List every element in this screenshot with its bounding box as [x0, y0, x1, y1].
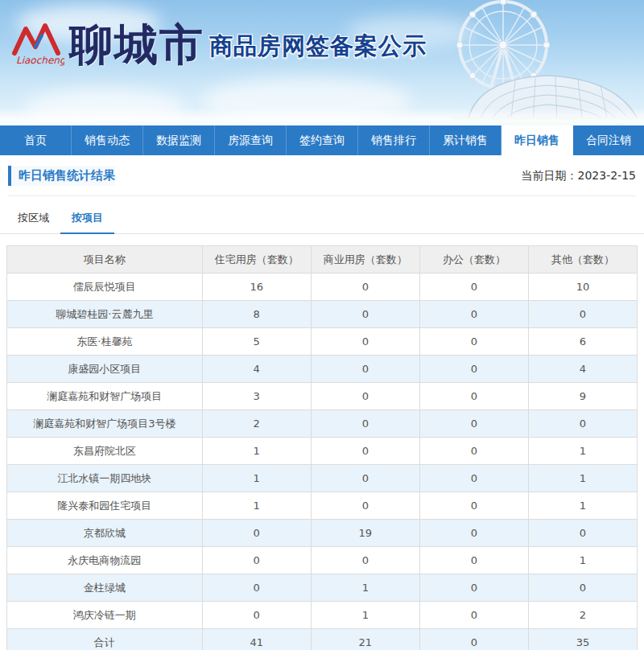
table-row: 东昌府院北区 1001	[7, 438, 638, 465]
value-cell: 0	[311, 383, 419, 410]
value-cell: 0	[419, 492, 528, 520]
nav-item-label: 房源查询	[228, 134, 273, 148]
table-row: 东医·桂馨苑 5006	[7, 328, 638, 356]
column-header: 项目名称	[7, 246, 203, 274]
nav-item-7[interactable]: 昨日销售	[502, 125, 573, 155]
nav-item-2[interactable]: 数据监测	[143, 125, 215, 155]
value-cell: 0	[311, 274, 419, 301]
project-name-cell: 澜庭嘉苑和财智广场项目	[7, 383, 203, 410]
value-cell: 0	[419, 574, 528, 602]
nav-item-label: 首页	[24, 134, 47, 148]
value-cell: 0	[528, 301, 637, 328]
table-row: 鸿庆冷链一期 0102	[7, 602, 638, 629]
table-body: 儒辰辰悦项目 160010 聊城碧桂园·云麓九里 8000 东医·桂馨苑 500…	[7, 274, 638, 650]
tab-1[interactable]: 按项目	[60, 204, 114, 234]
value-cell: 1	[528, 438, 637, 465]
value-cell: 0	[419, 301, 528, 328]
value-cell: 41	[202, 629, 311, 650]
nav-item-label: 昨日销售	[514, 134, 559, 148]
value-cell: 6	[528, 328, 637, 356]
table-row: 金柱绿城 0100	[7, 574, 638, 602]
site-banner: Liaocheng 聊城市 商品房网签备案公示	[0, 0, 644, 125]
project-name-cell: 东昌府院北区	[7, 438, 203, 465]
logo-script-text: Liaocheng	[16, 55, 64, 66]
main-nav: 首页 销售动态 数据监测 房源查询 签约查询 销售排行 累计销售 昨日销售 合同…	[0, 125, 644, 155]
value-cell: 8	[202, 301, 311, 328]
site-title: 商品房网签备案公示	[209, 31, 427, 63]
value-cell: 0	[311, 465, 419, 492]
project-name-cell: 澜庭嘉苑和财智广场项目3号楼	[7, 410, 203, 438]
value-cell: 1	[528, 465, 637, 492]
value-cell: 0	[311, 356, 419, 383]
nav-item-3[interactable]: 房源查询	[215, 125, 287, 155]
project-name-cell: 康盛园小区项目	[7, 356, 203, 383]
value-cell: 16	[202, 274, 311, 301]
skyline-decoration	[0, 108, 644, 125]
project-name-cell: 京都欣城	[7, 520, 203, 547]
value-cell: 0	[528, 520, 637, 547]
section-header: 昨日销售统计结果 当前日期：2023-2-15	[8, 166, 636, 196]
page-title: 昨日销售统计结果	[8, 166, 115, 186]
city-name-calligraphy: 聊城市	[69, 23, 204, 66]
sales-table-container: 项目名称住宅用房（套数）商业用房（套数）办公（套数）其他（套数） 儒辰辰悦项目 …	[0, 234, 644, 650]
table-row: 江北水镇一期四地块 1001	[7, 465, 638, 492]
value-cell: 0	[202, 602, 311, 629]
project-name-cell: 东医·桂馨苑	[7, 328, 203, 356]
table-row: 聊城碧桂园·云麓九里 8000	[7, 301, 638, 328]
current-date-label: 当前日期：2023-2-15	[522, 169, 636, 183]
value-cell: 0	[311, 410, 419, 438]
value-cell: 0	[419, 547, 528, 574]
nav-item-label: 累计销售	[443, 134, 488, 148]
value-cell: 0	[528, 574, 637, 602]
value-cell: 0	[311, 492, 419, 520]
value-cell: 0	[419, 328, 528, 356]
table-row: 康盛园小区项目 4004	[7, 356, 638, 383]
value-cell: 21	[311, 629, 419, 650]
value-cell: 0	[419, 629, 528, 650]
nav-item-6[interactable]: 累计销售	[430, 125, 502, 155]
table-row: 儒辰辰悦项目 160010	[7, 274, 638, 301]
value-cell: 1	[528, 492, 637, 520]
value-cell: 0	[528, 410, 637, 438]
value-cell: 0	[311, 547, 419, 574]
project-name-cell: 鸿庆冷链一期	[7, 602, 203, 629]
value-cell: 0	[311, 438, 419, 465]
table-row: 京都欣城 01900	[7, 520, 638, 547]
nav-item-4[interactable]: 签约查询	[287, 125, 358, 155]
nav-item-label: 销售动态	[85, 134, 130, 148]
view-tabs: 按区域 按项目	[0, 204, 644, 234]
project-name-cell: 合计	[7, 629, 203, 650]
nav-item-1[interactable]: 销售动态	[72, 125, 143, 155]
value-cell: 1	[311, 602, 419, 629]
column-header: 住宅用房（套数）	[202, 246, 311, 274]
project-name-cell: 江北水镇一期四地块	[7, 465, 203, 492]
value-cell: 0	[419, 274, 528, 301]
tab-label: 按项目	[72, 212, 103, 224]
value-cell: 19	[311, 520, 419, 547]
value-cell: 0	[419, 520, 528, 547]
value-cell: 0	[419, 438, 528, 465]
table-total-row: 合计 4121035	[7, 629, 638, 650]
nav-item-label: 数据监测	[156, 134, 201, 148]
tab-label: 按区域	[18, 212, 49, 224]
nav-item-label: 合同注销	[586, 134, 631, 148]
project-name-cell: 儒辰辰悦项目	[7, 274, 203, 301]
value-cell: 0	[419, 383, 528, 410]
value-cell: 4	[202, 356, 311, 383]
value-cell: 0	[311, 328, 419, 356]
tab-0[interactable]: 按区域	[6, 204, 60, 233]
value-cell: 1	[202, 465, 311, 492]
value-cell: 0	[419, 465, 528, 492]
nav-item-8[interactable]: 合同注销	[573, 125, 644, 155]
nav-item-label: 签约查询	[299, 134, 345, 148]
project-name-cell: 聊城碧桂园·云麓九里	[7, 301, 203, 328]
nav-item-5[interactable]: 销售排行	[358, 125, 430, 155]
value-cell: 0	[311, 301, 419, 328]
column-header: 商业用房（套数）	[311, 246, 419, 274]
liaocheng-logo-icon: Liaocheng	[11, 18, 64, 66]
value-cell: 1	[202, 492, 311, 520]
table-row: 澜庭嘉苑和财智广场项目3号楼 2000	[7, 410, 638, 438]
value-cell: 5	[202, 328, 311, 356]
nav-item-0[interactable]: 首页	[0, 125, 72, 155]
value-cell: 2	[202, 410, 311, 438]
